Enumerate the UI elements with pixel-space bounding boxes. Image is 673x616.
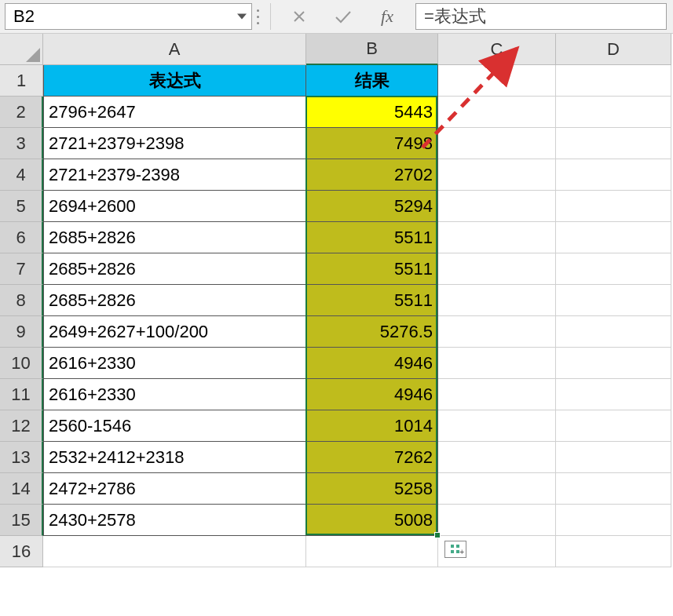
row-header-2[interactable]: 2 xyxy=(0,97,43,128)
formula-bar-drag-icon[interactable] xyxy=(257,9,259,24)
row-header-8[interactable]: 8 xyxy=(0,285,43,316)
cell-A14[interactable]: 2472+2786 xyxy=(43,473,306,505)
cell-A7[interactable]: 2685+2826 xyxy=(43,253,306,285)
name-box[interactable]: B2 xyxy=(5,3,252,30)
cell-A16[interactable] xyxy=(43,536,306,567)
row-header-11[interactable]: 11 xyxy=(0,379,43,410)
cell-C4[interactable] xyxy=(438,159,556,191)
select-all-corner[interactable] xyxy=(0,34,43,65)
row-header-10[interactable]: 10 xyxy=(0,348,43,379)
cell-A2[interactable]: 2796+2647 xyxy=(43,97,306,128)
cell-D5[interactable] xyxy=(556,191,671,222)
cell-D14[interactable] xyxy=(556,473,671,505)
cell-B12[interactable]: 1014 xyxy=(306,410,438,442)
row-9: 2649+2627+100/2005276.5 xyxy=(43,316,671,348)
row-header-13[interactable]: 13 xyxy=(0,442,43,473)
cell-B16[interactable] xyxy=(306,536,438,567)
row-header-12[interactable]: 12 xyxy=(0,410,43,442)
cell-C9[interactable] xyxy=(438,316,556,348)
cell-B15[interactable]: 5008 xyxy=(306,505,438,536)
cell-D2[interactable] xyxy=(556,97,671,128)
cell-D3[interactable] xyxy=(556,128,671,159)
cell-D8[interactable] xyxy=(556,285,671,316)
cell-A9[interactable]: 2649+2627+100/200 xyxy=(43,316,306,348)
cell-D10[interactable] xyxy=(556,348,671,379)
cell-C1[interactable] xyxy=(438,65,556,97)
cell-B6[interactable]: 5511 xyxy=(306,222,438,253)
cell-A15[interactable]: 2430+2578 xyxy=(43,505,306,536)
cell-A11[interactable]: 2616+2330 xyxy=(43,379,306,410)
column-header-B[interactable]: B xyxy=(306,34,438,65)
cell-C15[interactable] xyxy=(438,505,556,536)
row-header-16[interactable]: 16 xyxy=(0,536,43,567)
column-header-A[interactable]: A xyxy=(43,34,306,65)
cell-C14[interactable] xyxy=(438,473,556,505)
row-10: 2616+23304946 xyxy=(43,348,671,379)
cell-C5[interactable] xyxy=(438,191,556,222)
cell-C13[interactable] xyxy=(438,442,556,473)
cell-B1[interactable]: 结果 xyxy=(306,65,438,97)
fill-handle[interactable] xyxy=(434,532,441,538)
cancel-formula-button xyxy=(277,3,321,30)
cell-A5[interactable]: 2694+2600 xyxy=(43,191,306,222)
cell-D12[interactable] xyxy=(556,410,671,442)
enter-formula-button xyxy=(321,3,365,30)
row-header-3[interactable]: 3 xyxy=(0,128,43,159)
cell-A4[interactable]: 2721+2379-2398 xyxy=(43,159,306,191)
row-header-1[interactable]: 1 xyxy=(0,65,43,97)
cell-D4[interactable] xyxy=(556,159,671,191)
cell-B8[interactable]: 5511 xyxy=(306,285,438,316)
cell-C12[interactable] xyxy=(438,410,556,442)
row-header-4[interactable]: 4 xyxy=(0,159,43,191)
cell-A6[interactable]: 2685+2826 xyxy=(43,222,306,253)
cell-C8[interactable] xyxy=(438,285,556,316)
cell-A8[interactable]: 2685+2826 xyxy=(43,285,306,316)
row-header-7[interactable]: 7 xyxy=(0,253,43,285)
cell-C11[interactable] xyxy=(438,379,556,410)
cell-B5[interactable]: 5294 xyxy=(306,191,438,222)
cell-B13[interactable]: 7262 xyxy=(306,442,438,473)
name-box-dropdown-icon[interactable] xyxy=(237,14,247,20)
row-header-9[interactable]: 9 xyxy=(0,316,43,348)
column-header-C[interactable]: C xyxy=(438,34,556,65)
cell-D6[interactable] xyxy=(556,222,671,253)
cell-C2[interactable] xyxy=(438,97,556,128)
cell-C3[interactable] xyxy=(438,128,556,159)
cell-B4[interactable]: 2702 xyxy=(306,159,438,191)
cell-A1[interactable]: 表达式 xyxy=(43,65,306,97)
cell-C6[interactable] xyxy=(438,222,556,253)
cell-D15[interactable] xyxy=(556,505,671,536)
row-2: 2796+26475443 xyxy=(43,97,671,128)
cell-B3[interactable]: 7498 xyxy=(306,128,438,159)
insert-function-button[interactable]: fx xyxy=(365,3,409,30)
cell-D1[interactable] xyxy=(556,65,671,97)
formula-input-text: =表达式 xyxy=(424,5,486,28)
cells-area[interactable]: 表达式结果2796+264754432721+2379+239874982721… xyxy=(43,65,671,567)
cell-B2[interactable]: 5443 xyxy=(306,97,438,128)
cell-C10[interactable] xyxy=(438,348,556,379)
cell-B14[interactable]: 5258 xyxy=(306,473,438,505)
cell-D16[interactable] xyxy=(556,536,671,567)
cell-D9[interactable] xyxy=(556,316,671,348)
row-5: 2694+26005294 xyxy=(43,191,671,222)
cell-B11[interactable]: 4946 xyxy=(306,379,438,410)
cell-A3[interactable]: 2721+2379+2398 xyxy=(43,128,306,159)
row-header-14[interactable]: 14 xyxy=(0,473,43,505)
cell-C7[interactable] xyxy=(438,253,556,285)
row-header-15[interactable]: 15 xyxy=(0,505,43,536)
cell-B10[interactable]: 4946 xyxy=(306,348,438,379)
row-headers: 12345678910111213141516 xyxy=(0,65,43,567)
cell-D13[interactable] xyxy=(556,442,671,473)
cell-D11[interactable] xyxy=(556,379,671,410)
column-header-D[interactable]: D xyxy=(556,34,671,65)
cell-D7[interactable] xyxy=(556,253,671,285)
cell-B7[interactable]: 5511 xyxy=(306,253,438,285)
formula-input[interactable]: =表达式 xyxy=(415,3,667,30)
autofill-options-button[interactable]: + xyxy=(444,541,466,558)
cell-A13[interactable]: 2532+2412+2318 xyxy=(43,442,306,473)
cell-B9[interactable]: 5276.5 xyxy=(306,316,438,348)
cell-A10[interactable]: 2616+2330 xyxy=(43,348,306,379)
cell-A12[interactable]: 2560-1546 xyxy=(43,410,306,442)
row-header-6[interactable]: 6 xyxy=(0,222,43,253)
row-header-5[interactable]: 5 xyxy=(0,191,43,222)
